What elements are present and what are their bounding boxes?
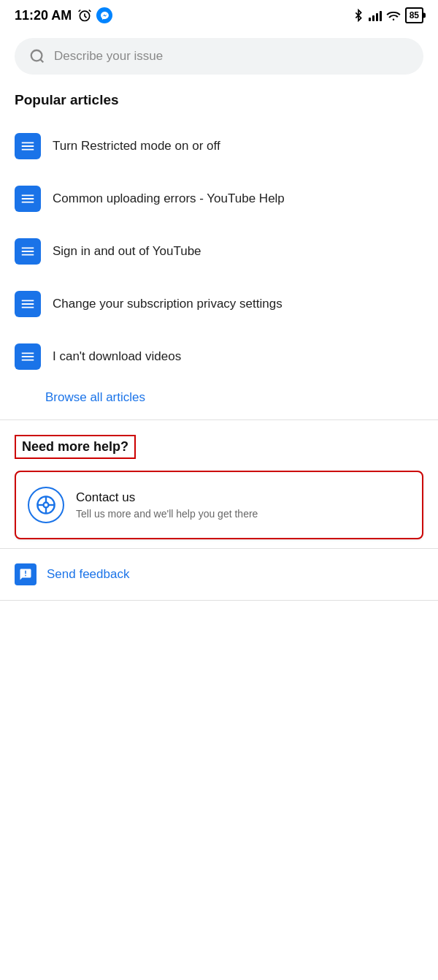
search-icon [29,48,45,64]
contact-us-card[interactable]: Contact us Tell us more and we'll help y… [15,471,423,539]
send-feedback-row[interactable]: Send feedback [0,549,438,600]
messenger-icon [96,7,112,23]
svg-line-2 [40,59,43,62]
article-text-2: Common uploading errors - YouTube Help [53,190,285,208]
article-text-3: Sign in and out of YouTube [53,243,201,260]
wifi-icon [386,10,401,21]
need-more-help-title: Need more help? [15,435,136,459]
bluetooth-icon [353,8,364,23]
article-text-4: Change your subscription privacy setting… [53,295,283,313]
browse-all-link[interactable]: Browse all articles [0,383,438,419]
divider-3 [0,600,438,601]
article-item-5[interactable]: I can't download videos [7,330,431,383]
svg-point-4 [44,503,49,508]
battery-icon: 85 [405,7,423,23]
contact-text-group: Contact us Tell us more and we'll help y… [76,490,258,520]
article-icon-2 [15,186,41,212]
article-list: Turn Restricted mode on or off Common up… [0,120,438,383]
article-item-1[interactable]: Turn Restricted mode on or off [7,120,431,172]
popular-articles-title: Popular articles [0,86,438,120]
status-left-icons [77,7,112,23]
search-container: Describe your issue [0,29,438,86]
status-time: 11:20 AM [15,8,72,23]
battery-level: 85 [410,10,419,20]
svg-point-1 [31,50,42,61]
article-icon-5 [15,343,41,370]
feedback-label: Send feedback [47,567,129,582]
article-icon-3 [15,238,41,265]
support-wheel-icon [36,495,56,515]
article-icon-1 [15,133,41,159]
alarm-icon [77,8,92,23]
contact-title: Contact us [76,490,258,505]
contact-subtitle: Tell us more and we'll help you get ther… [76,508,258,520]
article-text-1: Turn Restricted mode on or off [53,137,220,155]
article-item-2[interactable]: Common uploading errors - YouTube Help [7,172,431,225]
need-more-help-section: Need more help? Contact us Tell us more … [0,420,438,548]
search-bar[interactable]: Describe your issue [15,38,423,75]
article-text-5: I can't download videos [53,348,181,365]
search-placeholder: Describe your issue [54,49,163,64]
article-icon-4 [15,291,41,317]
feedback-icon [15,563,36,585]
status-bar: 11:20 AM [0,0,438,29]
status-right: 85 [353,7,423,23]
article-item-4[interactable]: Change your subscription privacy setting… [7,278,431,330]
contact-icon [28,487,64,523]
feedback-chat-icon [19,568,32,581]
signal-strength-icon [369,10,382,21]
status-left: 11:20 AM [15,7,112,23]
article-item-3[interactable]: Sign in and out of YouTube [7,225,431,278]
